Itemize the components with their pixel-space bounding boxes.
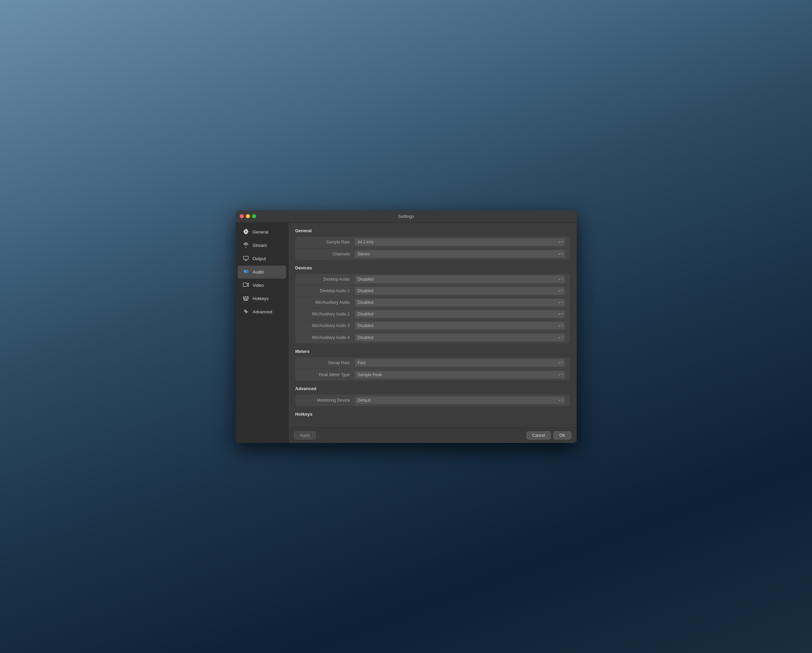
sidebar-item-stream[interactable]: Stream [238, 239, 286, 252]
control-sample-rate: 44.1 kHz ▲▼ [355, 238, 565, 246]
select-sample-rate-value: 44.1 kHz [358, 240, 374, 244]
label-mic-audio-4: Mic/Auxiliary Audio 4 [300, 335, 355, 340]
row-mic-audio: Mic/Auxiliary Audio Disabled ▲▼ [295, 297, 570, 308]
select-channels-arrows: ▲▼ [558, 253, 563, 255]
control-mic-audio-2: Disabled ▲▼ [355, 310, 565, 318]
select-mic-audio[interactable]: Disabled ▲▼ [355, 298, 565, 307]
svg-point-0 [245, 244, 247, 246]
row-monitoring-device: Monitoring Device Default ▲▼ [295, 395, 570, 406]
sidebar-item-hotkeys[interactable]: Hotkeys [238, 292, 286, 305]
section-advanced: Advanced Monitoring Device Default ▲▼ [295, 386, 570, 406]
sidebar-item-video[interactable]: Video [238, 279, 286, 292]
sidebar-item-audio-label: Audio [253, 269, 264, 275]
select-peak-meter-value: Sample Peak [358, 372, 382, 377]
select-desktop-audio[interactable]: Disabled ▲▼ [355, 275, 565, 283]
section-general-title: General [295, 228, 570, 233]
sidebar-item-audio[interactable]: Audio [238, 265, 286, 279]
video-icon [243, 282, 249, 289]
svg-rect-11 [246, 298, 247, 299]
select-desktop-audio-2-value: Disabled [358, 288, 374, 293]
section-devices-body: Desktop Audio Disabled ▲▼ Desktop Audio … [295, 274, 570, 343]
minimize-button[interactable] [246, 214, 250, 218]
select-desktop-audio-2-arrows: ▲▼ [558, 290, 563, 292]
bottom-bar: Apply Cancel OK [288, 427, 577, 443]
stream-icon [243, 242, 249, 249]
settings-window: Settings General Stream Output [236, 211, 577, 443]
select-mic-audio-2-value: Disabled [358, 312, 374, 316]
row-desktop-audio: Desktop Audio Disabled ▲▼ [295, 274, 570, 285]
select-channels[interactable]: Stereo ▲▼ [355, 250, 565, 258]
control-desktop-audio-2: Disabled ▲▼ [355, 287, 565, 295]
row-mic-audio-3: Mic/Auxiliary Audio 3 Disabled ▲▼ [295, 320, 570, 332]
label-mic-audio-2: Mic/Auxiliary Audio 2 [300, 312, 355, 316]
section-hotkeys: Hotkeys [295, 412, 570, 417]
label-mic-audio-3: Mic/Auxiliary Audio 3 [300, 323, 355, 328]
apply-button[interactable]: Apply [294, 431, 316, 439]
hotkeys-icon [243, 295, 249, 302]
select-monitoring-device[interactable]: Default ▲▼ [355, 396, 565, 404]
content-scroll[interactable]: General Sample Rate 44.1 kHz ▲▼ [288, 223, 577, 427]
select-channels-value: Stereo [358, 252, 370, 256]
ok-button[interactable]: OK [554, 431, 571, 439]
select-desktop-audio-2[interactable]: Disabled ▲▼ [355, 287, 565, 295]
row-desktop-audio-2: Desktop Audio 2 Disabled ▲▼ [295, 285, 570, 297]
control-peak-meter: Sample Peak ▲▼ [355, 371, 565, 379]
label-channels: Channels [300, 252, 355, 256]
section-devices: Devices Desktop Audio Disabled ▲▼ [295, 265, 570, 343]
label-mic-audio: Mic/Auxiliary Audio [300, 300, 355, 305]
section-advanced-title: Advanced [295, 386, 570, 391]
select-mic-audio-4-value: Disabled [358, 335, 374, 340]
sidebar-item-general[interactable]: General [238, 226, 286, 239]
bottom-right-buttons: Cancel OK [527, 431, 571, 439]
control-mic-audio: Disabled ▲▼ [355, 298, 565, 307]
select-mic-audio-3-arrows: ▲▼ [558, 324, 563, 327]
section-general-body: Sample Rate 44.1 kHz ▲▼ Channels [295, 236, 570, 260]
svg-rect-2 [243, 256, 248, 259]
sidebar-item-stream-label: Stream [253, 243, 267, 248]
section-meters-title: Meters [295, 349, 570, 354]
select-mic-audio-3[interactable]: Disabled ▲▼ [355, 322, 565, 330]
row-peak-meter: Peak Meter Type Sample Peak ▲▼ [295, 369, 570, 381]
select-sample-rate[interactable]: 44.1 kHz ▲▼ [355, 238, 565, 246]
sidebar-item-advanced[interactable]: Advanced [238, 305, 286, 319]
sidebar-item-hotkeys-label: Hotkeys [253, 296, 269, 301]
svg-rect-13 [244, 299, 248, 301]
row-sample-rate: Sample Rate 44.1 kHz ▲▼ [295, 236, 570, 248]
sidebar-item-output[interactable]: Output [238, 252, 286, 265]
control-monitoring-device: Default ▲▼ [355, 396, 565, 404]
section-advanced-body: Monitoring Device Default ▲▼ [295, 395, 570, 406]
sidebar: General Stream Output Audio [236, 223, 288, 443]
select-decay-rate-arrows: ▲▼ [558, 362, 563, 364]
label-peak-meter: Peak Meter Type [300, 372, 355, 377]
select-mic-audio-2-arrows: ▲▼ [558, 313, 563, 316]
control-decay-rate: Fast ▲▼ [355, 359, 565, 367]
select-mic-audio-4-arrows: ▲▼ [558, 336, 563, 339]
sidebar-item-advanced-label: Advanced [253, 309, 272, 314]
output-icon [243, 255, 249, 262]
section-general: General Sample Rate 44.1 kHz ▲▼ [295, 228, 570, 260]
label-desktop-audio-2: Desktop Audio 2 [300, 288, 355, 293]
select-mic-audio-2[interactable]: Disabled ▲▼ [355, 310, 565, 318]
cancel-button[interactable]: Cancel [527, 431, 551, 439]
svg-point-17 [246, 312, 247, 313]
window-title: Settings [398, 214, 414, 219]
control-mic-audio-4: Disabled ▲▼ [355, 334, 565, 342]
titlebar: Settings [236, 211, 577, 223]
label-decay-rate: Decay Rate [300, 360, 355, 365]
svg-rect-9 [247, 296, 248, 298]
select-decay-rate[interactable]: Fast ▲▼ [355, 359, 565, 367]
section-meters: Meters Decay Rate Fast ▲▼ [295, 349, 570, 381]
svg-rect-5 [243, 283, 247, 287]
select-mic-audio-4[interactable]: Disabled ▲▼ [355, 334, 565, 342]
control-mic-audio-3: Disabled ▲▼ [355, 322, 565, 330]
select-mic-audio-arrows: ▲▼ [558, 301, 563, 304]
sidebar-item-general-label: General [253, 229, 269, 235]
close-button[interactable] [240, 214, 244, 218]
sidebar-item-output-label: Output [253, 256, 266, 261]
maximize-button[interactable] [252, 214, 256, 218]
select-sample-rate-arrows: ▲▼ [558, 241, 563, 244]
select-peak-meter[interactable]: Sample Peak ▲▼ [355, 371, 565, 379]
section-hotkeys-title: Hotkeys [295, 412, 570, 417]
control-desktop-audio: Disabled ▲▼ [355, 275, 565, 283]
window-body: General Stream Output Audio [236, 223, 577, 443]
